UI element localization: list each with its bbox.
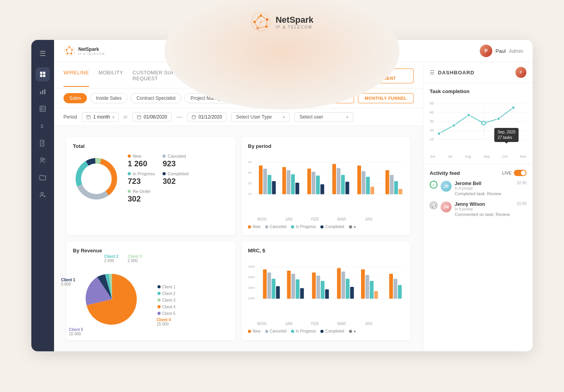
mrc-y-4000: 4000 (248, 265, 255, 268)
legend-dot-new (128, 155, 131, 158)
svg-rect-88 (390, 175, 394, 194)
svg-rect-68 (263, 169, 267, 194)
sidebar-item-files[interactable] (36, 171, 50, 185)
by-period-dot-new (248, 225, 251, 228)
y-label-40: 40 (248, 160, 251, 164)
svg-rect-112 (365, 275, 369, 299)
pie-svg (73, 266, 151, 333)
brand-small-icon (63, 45, 75, 57)
user-role: Admin (509, 48, 523, 54)
chart-legend: New 1 260 Canceled 923 (128, 154, 190, 203)
y-label-20: 20 (248, 182, 251, 185)
svg-line-10 (258, 27, 266, 28)
svg-rect-67 (259, 165, 263, 194)
dollar-icon: $ (39, 122, 46, 129)
activity-avatar-2: JW (441, 201, 452, 212)
period-duration-select[interactable]: 1 month ▾ (82, 112, 119, 122)
right-panel-title: DASHBOARD (438, 70, 475, 76)
svg-rect-83 (357, 165, 361, 194)
by-period-dot-canceled (265, 225, 268, 228)
donut-chart (73, 155, 120, 202)
period-bar: Period 1 month ▾ or (54, 108, 423, 126)
revenue-dot-c5 (157, 312, 161, 315)
activity-feed-title: Activity feed (430, 170, 460, 176)
svg-rect-82 (345, 182, 349, 194)
revenue-legend-c3: Client 3 (157, 298, 175, 302)
sidebar-item-finance[interactable]: $ (36, 119, 50, 133)
pill-sales[interactable]: Sales (63, 93, 87, 103)
legend-completed: Completed 302 (163, 171, 190, 186)
activity-task-1: Completed task: Review (455, 191, 513, 196)
client3-label: Client 32 000 (128, 254, 142, 263)
legend-dot-completed (163, 172, 166, 175)
sidebar-item-users[interactable] (36, 153, 50, 167)
sidebar-item-dashboard[interactable] (36, 67, 50, 81)
svg-rect-75 (307, 169, 311, 194)
svg-point-132 (497, 117, 500, 120)
task-tooltip: Sep, 2020 27 tasks (494, 128, 519, 142)
svg-line-8 (261, 16, 267, 20)
user-area: P Paul Admin (480, 45, 523, 57)
client1-label: Client 15 000 (61, 278, 75, 286)
svg-point-129 (452, 124, 456, 127)
svg-rect-70 (272, 181, 276, 194)
svg-point-34 (41, 158, 43, 160)
activity-header: Activity feed LIVE (430, 170, 526, 176)
mrc-x-labels: MON JAN FEB MAR JAN … (248, 322, 404, 326)
user-dropdown[interactable]: Select user ▾ (295, 112, 353, 122)
user-type-dropdown[interactable]: Select User Type ▾ (231, 112, 290, 122)
total-chart: New 1 260 Canceled 923 (73, 154, 229, 203)
svg-rect-73 (291, 174, 295, 194)
by-period-x-labels: MON JAN FEB MAR JAN … (248, 217, 404, 221)
svg-line-45 (69, 47, 72, 50)
top-header: NetSpark IP & TELECOM (0, 0, 564, 40)
table-icon (39, 105, 46, 112)
client2-label: Client 22 000 (104, 254, 118, 263)
tab-wireline[interactable]: WIRELINE (63, 70, 89, 87)
svg-rect-102 (300, 288, 304, 298)
sidebar-item-documents[interactable] (36, 136, 50, 150)
svg-text:$: $ (41, 124, 43, 129)
mrc-y-1000: 1000 (248, 297, 255, 300)
svg-rect-56 (192, 115, 195, 119)
by-revenue-card: By Revenue Client 22 000 Client 32 000 (67, 241, 235, 340)
legend-canceled: Canceled 923 (163, 154, 190, 168)
svg-rect-18 (40, 72, 42, 74)
svg-rect-98 (276, 286, 280, 299)
activity-time-2: 10:30 (517, 201, 526, 217)
activity-item-2: 💬 JW Jenny Wilson In Kyivstar Commented … (430, 201, 526, 217)
mrc-dot-extra (349, 330, 352, 333)
pill-inside-sales[interactable]: Inside Sales (90, 93, 127, 103)
sidebar-item-analytics[interactable] (36, 85, 50, 99)
y-label-10: 10 (248, 192, 251, 196)
monthly-funnel-button[interactable]: MONTHLY FUNNEL (358, 93, 414, 103)
bar-chart-icon (39, 88, 46, 95)
tooltip-value: 27 tasks (497, 135, 515, 140)
right-panel-menu-icon[interactable]: ☰ (430, 69, 435, 76)
task-completion-title: Task completion (430, 88, 526, 94)
revenue-legend-c4: Client 4 (157, 305, 175, 309)
by-period-dot-completed (320, 225, 324, 228)
sidebar-item-add-user[interactable] (36, 188, 50, 202)
task-x-labels: Jun Jul Aug Sep Oct Nov (430, 155, 526, 158)
client4-label: Client 415 000 (157, 318, 171, 326)
by-period-legend: New Canceled In Progress (248, 225, 404, 229)
logo-area: NetSpark IP & TELECOM (251, 12, 314, 32)
by-period-dot-extra (349, 225, 352, 228)
revenue-legend-c2: Client 2 (157, 291, 175, 296)
live-toggle[interactable] (514, 170, 526, 176)
legend-reorder: Re-Order 302 (128, 189, 155, 203)
hamburger-menu[interactable]: ☰ (36, 46, 49, 61)
pill-contract-specialist[interactable]: Contract Specialist (130, 93, 181, 103)
task-section: Task completion 50 40 30 20 10 (423, 83, 533, 164)
svg-point-128 (437, 132, 441, 135)
activity-check-icon: ✓ (430, 181, 437, 189)
svg-rect-72 (287, 170, 291, 194)
activity-task-2: Commented on task: Review (455, 212, 513, 217)
tab-mobility[interactable]: MOBILITY (98, 70, 123, 87)
svg-rect-22 (40, 92, 41, 94)
logo-text: NetSpark IP & TELECOM (276, 15, 314, 29)
mrc-card: MRC, $ 4000 3000 2000 1000 (242, 241, 410, 340)
svg-rect-90 (399, 189, 403, 194)
sidebar-item-data[interactable] (36, 102, 50, 116)
